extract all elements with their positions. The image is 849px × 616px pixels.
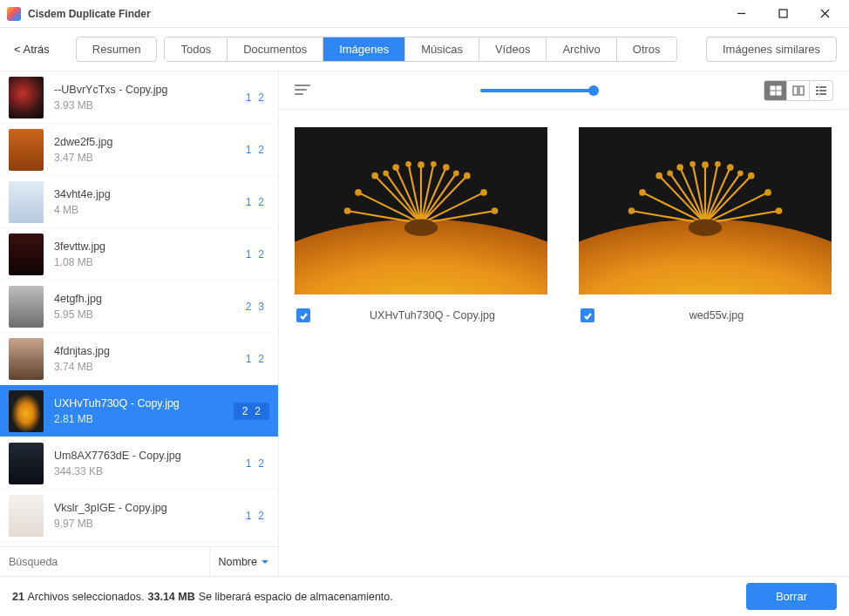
file-meta: Um8AX7763dE - Copy.jpg344.33 KB (54, 450, 235, 477)
sort-dropdown[interactable]: Nombre (209, 547, 278, 576)
file-meta: 3fevttw.jpg1.08 MB (54, 240, 235, 268)
main-area: --UBvrYcTxs - Copy.jpg3.93 MB122dwe2f5.j… (0, 71, 849, 576)
list-item[interactable]: 2dwe2f5.jpg3.47 MB12 (0, 124, 278, 176)
list-item[interactable]: 3fevttw.jpg1.08 MB12 (0, 228, 278, 281)
view-grid-button[interactable] (764, 81, 787, 100)
file-size: 3.74 MB (54, 361, 235, 373)
file-list[interactable]: --UBvrYcTxs - Copy.jpg3.93 MB122dwe2f5.j… (0, 71, 278, 546)
thumbnail (9, 338, 44, 380)
delete-button[interactable]: Borrar (746, 583, 837, 610)
thumbnail (9, 234, 44, 275)
svg-rect-5 (793, 86, 798, 95)
sort-label: Nombre (219, 556, 257, 568)
tab-archive[interactable]: Archivo (547, 37, 616, 61)
tab-images[interactable]: Imágenes (323, 37, 405, 61)
view-list-button[interactable] (810, 81, 832, 100)
file-name: 4fdnjtas.jpg (54, 345, 235, 357)
selected-label: Archivos seleccionados. (27, 591, 144, 603)
file-name: --UBvrYcTxs - Copy.jpg (54, 84, 235, 96)
summary-button[interactable]: Resumen (76, 37, 158, 62)
preview-footer: wed55v.jpg (579, 303, 832, 328)
file-size: 5.95 MB (54, 308, 235, 321)
svg-rect-9 (816, 90, 818, 91)
preview-gallery: UXHvTuh730Q - Copy.jpgwed55v.jpg (279, 110, 849, 576)
file-name: UXHvTuh730Q - Copy.jpg (54, 397, 223, 410)
duplicate-counts: 22 (234, 403, 269, 420)
file-name: 3fevttw.jpg (54, 240, 235, 253)
list-item[interactable]: Vkslr_3pIGE - Copy.jpg9.97 MB12 (0, 490, 278, 542)
flower-image-icon (295, 127, 547, 294)
file-meta: UXHvTuh730Q - Copy.jpg2.81 MB (54, 397, 223, 425)
view-split-button[interactable] (787, 81, 810, 100)
file-meta: 34vht4e.jpg4 MB (54, 188, 235, 216)
list-item[interactable]: Um8AX7763dE - Copy.jpg344.33 KB12 (0, 437, 278, 490)
file-size: 4 MB (54, 204, 235, 216)
file-size: 2.81 MB (54, 413, 223, 425)
category-tabs: Todos Documentos Imágenes Músicas Vídeos… (164, 37, 676, 62)
preview-filename: UXHvTuh730Q - Copy.jpg (319, 309, 546, 322)
sidebar: --UBvrYcTxs - Copy.jpg3.93 MB122dwe2f5.j… (0, 71, 279, 576)
preview-card: UXHvTuh730Q - Copy.jpg (295, 127, 547, 328)
svg-rect-8 (819, 86, 826, 88)
svg-rect-3 (771, 91, 775, 95)
sort-icon[interactable] (295, 85, 310, 97)
list-item[interactable]: 4etgfh.jpg5.95 MB23 (0, 281, 278, 333)
svg-rect-2 (777, 86, 781, 90)
duplicate-counts: 12 (246, 457, 269, 470)
similar-images-button[interactable]: Imágenes similares (706, 37, 837, 62)
file-name: 2dwe2f5.jpg (54, 136, 235, 148)
content-toolbar (279, 71, 849, 110)
status-bar: 21 Archivos seleccionados. 33.14 MB Se l… (0, 576, 849, 616)
file-meta: 2dwe2f5.jpg3.47 MB (54, 136, 235, 164)
file-name: 4etgfh.jpg (54, 293, 235, 305)
sidebar-footer: Nombre (0, 546, 278, 576)
tab-all[interactable]: Todos (165, 37, 228, 61)
select-checkbox[interactable] (581, 308, 594, 322)
minimize-button[interactable] (729, 2, 753, 26)
svg-rect-11 (816, 93, 818, 95)
tab-music[interactable]: Músicas (405, 37, 479, 61)
list-item[interactable]: UXHvTuh730Q - Copy.jpg2.81 MB22 (0, 385, 278, 437)
selected-count: 21 (12, 591, 24, 603)
svg-rect-6 (799, 86, 804, 95)
svg-rect-10 (819, 90, 826, 91)
file-name: Um8AX7763dE - Copy.jpg (54, 450, 235, 462)
tab-others[interactable]: Otros (617, 37, 676, 61)
svg-rect-1 (771, 86, 775, 90)
duplicate-counts: 23 (246, 301, 269, 313)
file-size: 1.08 MB (54, 256, 235, 268)
duplicate-counts: 12 (246, 144, 269, 156)
duplicate-counts: 12 (246, 248, 269, 261)
preview-image[interactable] (579, 127, 832, 294)
back-button[interactable]: < Atrás (12, 39, 51, 59)
select-checkbox[interactable] (296, 308, 310, 322)
zoom-slider[interactable] (321, 89, 753, 92)
thumbnail (9, 443, 44, 484)
file-size: 3.47 MB (54, 152, 235, 164)
file-meta: --UBvrYcTxs - Copy.jpg3.93 MB (54, 84, 235, 112)
tab-documents[interactable]: Documentos (228, 37, 323, 61)
duplicate-counts: 12 (246, 510, 269, 522)
search-input[interactable] (0, 547, 209, 576)
list-item[interactable]: 4fdnjtas.jpg3.74 MB12 (0, 333, 278, 385)
list-item[interactable]: --UBvrYcTxs - Copy.jpg3.93 MB12 (0, 71, 278, 124)
file-meta: Vkslr_3pIGE - Copy.jpg9.97 MB (54, 502, 235, 530)
preview-image[interactable] (295, 127, 547, 294)
chevron-down-icon (261, 558, 269, 566)
flower-image-icon (579, 127, 832, 294)
toolbar: < Atrás Resumen Todos Documentos Imágene… (0, 28, 849, 71)
thumbnail (9, 286, 44, 328)
tab-videos[interactable]: Vídeos (479, 37, 547, 61)
duplicate-counts: 12 (246, 353, 269, 365)
maximize-button[interactable] (771, 2, 795, 26)
view-mode-group (764, 80, 833, 101)
file-name: 34vht4e.jpg (54, 188, 235, 200)
content-pane: UXHvTuh730Q - Copy.jpgwed55v.jpg (279, 71, 849, 576)
close-button[interactable] (812, 2, 837, 26)
preview-card: wed55v.jpg (579, 127, 832, 328)
list-item[interactable]: 34vht4e.jpg4 MB12 (0, 176, 278, 228)
svg-rect-12 (819, 93, 826, 95)
file-meta: 4fdnjtas.jpg3.74 MB (54, 345, 235, 373)
svg-rect-0 (779, 10, 787, 17)
duplicate-counts: 12 (246, 196, 269, 208)
